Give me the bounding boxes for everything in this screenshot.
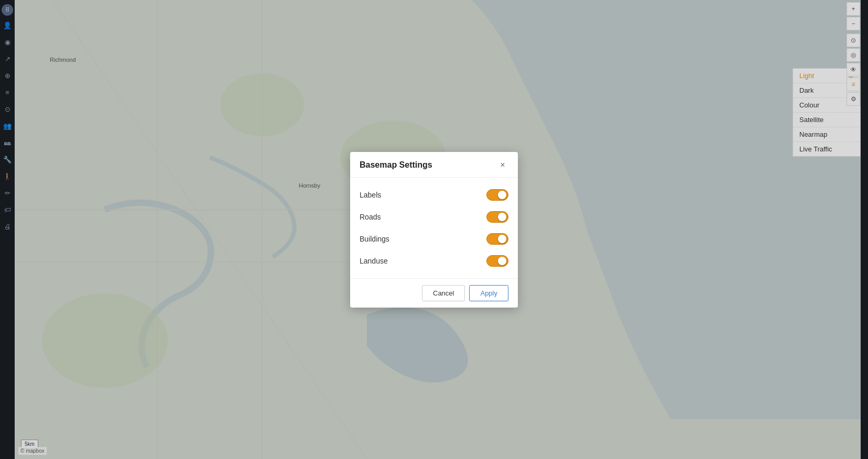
modal-title: Basemap Settings bbox=[360, 160, 432, 170]
toggle-label-labels: Labels bbox=[360, 191, 381, 199]
toggle-labels-track bbox=[486, 189, 508, 201]
toggle-label-landuse: Landuse bbox=[360, 257, 388, 265]
modal-overlay: Basemap Settings × Labels Roads bbox=[0, 0, 868, 459]
toggle-row-buildings: Buildings bbox=[350, 228, 518, 250]
apply-button[interactable]: Apply bbox=[469, 285, 508, 301]
basemap-settings-modal: Basemap Settings × Labels Roads bbox=[350, 152, 518, 308]
toggle-buildings-thumb bbox=[498, 235, 506, 243]
toggle-roads-thumb bbox=[498, 213, 506, 221]
modal-close-button[interactable]: × bbox=[497, 159, 508, 171]
toggle-labels-thumb bbox=[498, 191, 506, 199]
toggle-label-buildings: Buildings bbox=[360, 235, 389, 243]
toggle-row-landuse: Landuse bbox=[350, 250, 518, 272]
modal-body: Labels Roads Buildings bbox=[350, 178, 518, 278]
toggle-landuse[interactable] bbox=[486, 255, 508, 267]
toggle-buildings-track bbox=[486, 233, 508, 245]
modal-footer: Cancel Apply bbox=[350, 278, 518, 308]
toggle-row-roads: Roads bbox=[350, 206, 518, 228]
toggle-roads-track bbox=[486, 211, 508, 223]
toggle-buildings[interactable] bbox=[486, 233, 508, 245]
toggle-row-labels: Labels bbox=[350, 184, 518, 206]
toggle-landuse-thumb bbox=[498, 257, 506, 265]
toggle-labels[interactable] bbox=[486, 189, 508, 201]
cancel-button[interactable]: Cancel bbox=[422, 285, 465, 301]
toggle-landuse-track bbox=[486, 255, 508, 267]
modal-header: Basemap Settings × bbox=[350, 152, 518, 178]
toggle-roads[interactable] bbox=[486, 211, 508, 223]
toggle-label-roads: Roads bbox=[360, 213, 381, 221]
